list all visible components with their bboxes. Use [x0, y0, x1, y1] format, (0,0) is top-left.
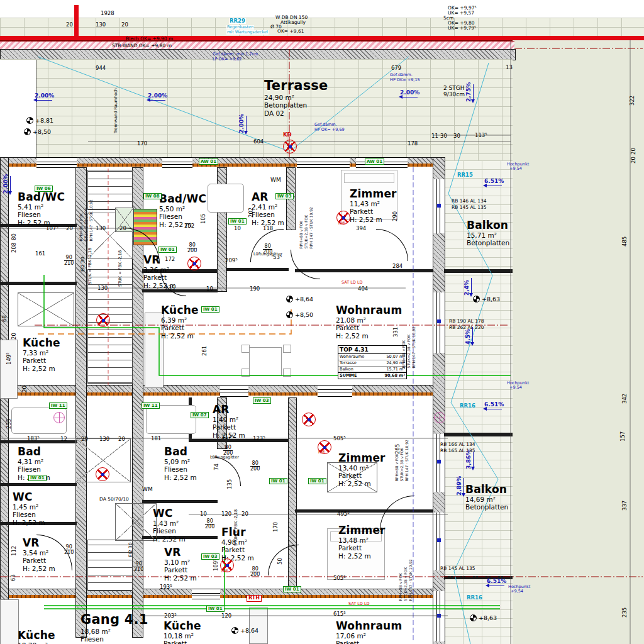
slope-arrow-icon — [10, 176, 11, 194]
door-size-label: 80200 — [250, 567, 260, 578]
room-floor: Parkett — [23, 557, 55, 564]
room-floor: Parkett — [164, 566, 197, 574]
annotation-text: +9,54 — [509, 386, 522, 390]
annotation-text: LP OK= +9,62 — [213, 57, 242, 62]
door-size-label: 90210 — [134, 562, 143, 573]
annotation-text: mit Wartungsdeckel — [226, 30, 269, 35]
window-spec-line: STUK=2,38 v FOK — [406, 326, 411, 368]
wall-type-label: IW 07 — [191, 412, 209, 418]
dimension-text: 20 — [66, 21, 73, 28]
window-spec-line: RPH=88 v FOK — [299, 207, 304, 248]
wall-type-label: IW 01 — [269, 478, 287, 484]
room-floor: Parkett — [338, 544, 386, 552]
room-area: 18,68 m² — [80, 628, 148, 635]
room-floor: Parkett — [143, 274, 176, 281]
dimension-text: 10 — [206, 286, 213, 292]
elevation-value: +8,50 — [33, 128, 51, 135]
dimension-text: 1928 — [101, 10, 114, 16]
dimension-text: 183⁵ — [27, 435, 40, 441]
dimension-text: 20 — [630, 148, 636, 155]
dimension-text: 208 — [11, 243, 17, 253]
dimension-text: 235 — [6, 419, 12, 429]
slope-label: 2.00% — [239, 114, 247, 133]
wall-type-label: IW 01 — [201, 306, 219, 313]
room-area: 21,08 m² — [336, 316, 402, 324]
circle-cross-symbol — [220, 558, 234, 572]
dimension-text: 130 — [99, 436, 109, 442]
annotation-text: Lüftungsgitter — [253, 252, 282, 257]
dimension-text: 20 — [66, 225, 73, 231]
annotation-text: WM — [142, 487, 153, 493]
dimension-text: 495⁵ — [337, 511, 350, 517]
door-width: 80 — [250, 461, 260, 466]
window-spec-label: RPH=88 v FOKSTUK=2,38 v FOKRPH 147 · STU… — [394, 440, 409, 481]
slope-label: 3,86% — [466, 450, 474, 469]
door-width: 90 — [134, 562, 143, 567]
circle-cross-symbol — [336, 211, 350, 225]
room-height: H: 2,52 m — [164, 474, 197, 481]
door-width: 90 — [64, 255, 74, 260]
slope-value: 2.00% — [35, 93, 54, 99]
annotation-text: RB 146 AL 134 — [452, 199, 486, 204]
dimension-text: 80 — [11, 233, 17, 240]
slope-label: 6.51% — [484, 402, 504, 409]
dimension-text: 117⁵ — [221, 434, 234, 440]
room-area: 1,40 m² — [213, 416, 245, 423]
dimension-text: 615⁵ — [333, 611, 346, 617]
slope-label: 6.51% — [484, 179, 504, 186]
door-width: 80 — [263, 244, 272, 249]
dimension-text: 12 — [60, 436, 67, 442]
door-width: 80 — [187, 243, 197, 248]
room-height: H: 2,52 m — [350, 216, 397, 223]
circle-cross-symbol — [96, 467, 109, 481]
window-spec-label: RPH=88 v FOKSTUK=2,38 v FOKRPH 147 · STU… — [398, 559, 413, 601]
dimension-text: 20 — [121, 21, 128, 28]
room-floor: Betonplatten — [467, 239, 509, 247]
dimension-text: 172 — [165, 256, 175, 262]
circle-cross-symbol — [302, 413, 316, 426]
annotation-text: SAT LD LD — [341, 280, 363, 285]
room-area: 13,48 m² — [338, 536, 386, 544]
room-label: Balkon14,69 m²Betonplatten — [465, 483, 508, 511]
room-floor: Betonplatten — [465, 503, 508, 511]
annotation-text: 9/30cm — [443, 92, 465, 98]
window-spec-line: RPH=88 v FOK — [79, 199, 84, 241]
room-height: H: 2,52 m — [164, 574, 197, 582]
room-area: 15,71 m² — [467, 231, 509, 239]
door-height: 210 — [64, 260, 74, 266]
annotation-text: HP OK= +9,15 — [390, 78, 420, 82]
wall-type-label: IW 03 — [275, 193, 294, 199]
window-spec-line: STUK=2,38 v FOK — [303, 207, 308, 248]
room-label: Küche10,18 m²Parkett — [164, 619, 201, 644]
elevation-value: +8,64 — [295, 296, 313, 303]
dimension-text: 105 — [200, 214, 206, 224]
room-label: Zimmer11,43 m²ParkettH: 2,52 m — [350, 187, 397, 223]
window-spec-line: STUK=2,38 v FOK — [83, 199, 88, 241]
dimension-text: 284 — [392, 263, 402, 269]
annotation-text: Lüftungsgitter — [210, 455, 239, 460]
room-label: WC1,43 m²FliesenH: 2,52 m — [153, 507, 186, 543]
dimension-text: 161 — [35, 250, 45, 257]
room-area: 3,26 m² — [143, 266, 176, 274]
dimension-text: 120 — [221, 511, 231, 517]
dimension-text: 235 — [621, 608, 628, 618]
wall-type-label: IW 06 — [35, 186, 53, 192]
room-floor: Parkett — [350, 208, 397, 215]
dimension-text: 181 — [151, 435, 161, 441]
annotation-text: Attikagully — [280, 20, 306, 25]
dimension-text: 149⁵ — [6, 352, 12, 365]
room-area: 5,50 m² — [159, 205, 206, 213]
dimension-text: 113⁵ — [475, 132, 487, 138]
room-floor: Betonplatten — [264, 101, 328, 109]
elevation-label: +8,63 — [470, 614, 497, 621]
elevation-value: +8,63 — [479, 614, 497, 621]
window-spec-label: RPH=88 v FOKSTUK=2,38 v FOKRPH 147 · STU… — [401, 326, 416, 368]
room-label: Zimmer13,40 m²ParkettH: 2,52 m — [338, 452, 386, 487]
room-note: DA 02 — [264, 109, 328, 117]
dimension-text: 112 — [11, 546, 17, 556]
slope-label: 6.51% — [487, 579, 506, 586]
annotation-text: DA 50/70/10 — [99, 497, 129, 502]
annotation-text: RR29 — [229, 18, 246, 24]
room-floor: Fliesen — [18, 211, 65, 218]
dimension-text: 50 — [277, 558, 283, 565]
